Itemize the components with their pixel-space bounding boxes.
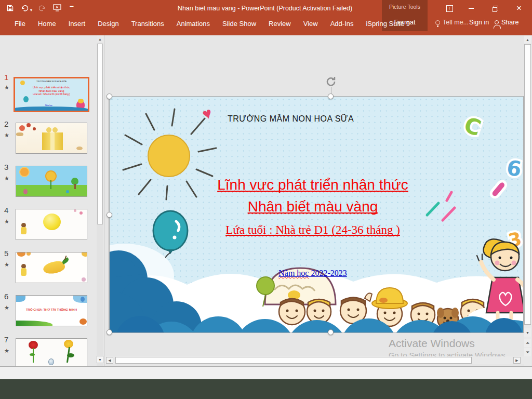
tab-insert[interactable]: Insert bbox=[62, 18, 92, 30]
thumb-number-6: 6 bbox=[4, 292, 8, 301]
sign-in-button[interactable]: Sign in bbox=[469, 19, 489, 26]
selection-handle-bottom-center[interactable] bbox=[328, 329, 334, 335]
vertical-scrollbar-thumb[interactable] bbox=[524, 44, 531, 325]
thumbnail-scrollbar-thumb[interactable] bbox=[97, 44, 103, 224]
thumbnail-slide-4[interactable] bbox=[16, 209, 87, 240]
rotation-handle-icon[interactable] bbox=[325, 76, 337, 87]
slide-canvas[interactable]: C 6 3 bbox=[109, 97, 523, 332]
thumbnail-slide-1[interactable]: TRƯỜNG MẦM NON HOA SỮA Lĩnh vực phát tri… bbox=[14, 77, 89, 112]
selection-border-top bbox=[109, 96, 523, 97]
status-bar: Slide 1 of 13 Notes Comments bbox=[0, 366, 532, 379]
horizontal-scrollbar-thumb[interactable] bbox=[115, 357, 472, 364]
thumbnail-slide-2[interactable] bbox=[16, 123, 87, 154]
thumb-number-5: 5 bbox=[4, 249, 8, 258]
tab-transitions[interactable]: Transitions bbox=[125, 18, 170, 30]
ribbon-tabs: File Home Insert Design Transitions Anim… bbox=[8, 18, 416, 30]
minimize-button[interactable] bbox=[464, 3, 478, 14]
window-title: Nhan biet mau vang - PowerPoint (Product… bbox=[130, 5, 400, 12]
thumbnail-slide-3[interactable] bbox=[16, 166, 87, 197]
tell-me-button[interactable]: Tell me... bbox=[435, 19, 469, 26]
slide-subtitle: Lứa tuổi : Nhà trẻ D1 (24-36 tháng ) bbox=[109, 223, 516, 237]
selection-handle-bottom-left[interactable] bbox=[107, 329, 112, 335]
next-slide-icon[interactable]: ⏷ bbox=[524, 348, 531, 356]
animation-star-icon: ★ bbox=[4, 218, 9, 225]
thumb-number-4: 4 bbox=[4, 206, 8, 215]
quick-access-toolbar: ▾ ▔ bbox=[3, 4, 78, 14]
previous-slide-icon[interactable]: ⏶ bbox=[524, 339, 531, 347]
school-name-text: TRƯỜNG MẦM NON HOA SỮA bbox=[228, 114, 354, 124]
redo-icon-disabled bbox=[35, 4, 49, 14]
undo-dropdown-icon[interactable]: ▾ bbox=[30, 8, 32, 12]
thumb-number-2: 2 bbox=[4, 119, 8, 128]
slide-thumbnail-panel: 1 ★ TRƯỜNG MẦM NON HOA SỮA Lĩnh vực phát… bbox=[0, 35, 104, 366]
animation-star-icon: ★ bbox=[4, 132, 9, 139]
animation-star-icon: ★ bbox=[4, 348, 9, 354]
selection-handle-top-left[interactable] bbox=[107, 94, 112, 99]
thumb-number-3: 3 bbox=[4, 163, 8, 171]
slide-title-line1: Lĩnh vực phát triển nhận thức bbox=[109, 177, 516, 193]
thumbnail-scroll-down-icon[interactable]: ▼ bbox=[97, 356, 103, 363]
selection-handle-top-center[interactable] bbox=[328, 94, 334, 99]
ribbon-display-options-icon[interactable]: ↑ bbox=[443, 3, 456, 14]
restore-button[interactable] bbox=[488, 3, 502, 14]
lightbulb-icon bbox=[435, 20, 440, 25]
start-from-beginning-icon[interactable] bbox=[49, 4, 65, 14]
tab-review[interactable]: Review bbox=[262, 18, 297, 30]
thumbnail-scroll-up-icon[interactable]: ▲ bbox=[97, 35, 103, 43]
svg-text:C: C bbox=[461, 112, 484, 141]
powerpoint-window: ▾ ▔ Nhan biet mau vang - PowerPoint (Pro… bbox=[0, 0, 532, 399]
scroll-right-icon[interactable]: ▶ bbox=[513, 357, 521, 364]
scroll-left-icon[interactable]: ◀ bbox=[106, 357, 113, 364]
save-icon[interactable] bbox=[3, 4, 17, 14]
thumbnail-slide-5[interactable] bbox=[16, 252, 87, 283]
tab-view[interactable]: View bbox=[297, 18, 324, 30]
rotation-handle-stem bbox=[331, 87, 331, 94]
tab-design[interactable]: Design bbox=[91, 18, 125, 30]
activate-windows-watermark: Activate Windows bbox=[389, 337, 475, 350]
close-button[interactable]: × bbox=[512, 3, 526, 14]
windows-taskbar: Type here to search ✦ ✦ ✦ bbox=[0, 379, 532, 399]
scroll-down-icon[interactable]: ▼ bbox=[524, 328, 531, 337]
animation-star-icon: ★ bbox=[4, 175, 9, 182]
slide-title-line2: Nhận biết màu vàng bbox=[109, 198, 516, 215]
scroll-up-icon[interactable]: ▲ bbox=[524, 36, 531, 43]
animation-star-icon: ★ bbox=[4, 304, 9, 311]
tab-animations[interactable]: Animations bbox=[170, 18, 216, 30]
thumb-number-7: 7 bbox=[4, 335, 8, 344]
tab-ispring[interactable]: iSpring Suite 9 bbox=[360, 18, 416, 30]
picture-tools-label: Picture Tools bbox=[382, 4, 428, 10]
tab-addins[interactable]: Add-Ins bbox=[324, 18, 360, 30]
share-button[interactable]: Share bbox=[495, 19, 518, 26]
selection-handle-middle-left[interactable] bbox=[107, 212, 112, 218]
tab-file[interactable]: File bbox=[8, 18, 32, 30]
thumbnail-slide-6[interactable]: TRÒ CHƠI: THỬ TÀI THÔNG MINH bbox=[16, 295, 87, 326]
title-bar: ▾ ▔ Nhan biet mau vang - PowerPoint (Pro… bbox=[0, 0, 532, 35]
tab-slideshow[interactable]: Slide Show bbox=[216, 18, 262, 30]
thumbnail-slide-7[interactable] bbox=[16, 338, 87, 366]
person-icon bbox=[495, 20, 499, 24]
customize-qat-icon[interactable]: ▔ bbox=[65, 6, 78, 11]
tab-home[interactable]: Home bbox=[32, 18, 62, 30]
animation-star-icon: ★ bbox=[4, 84, 9, 91]
slide-year-text: Năm học 2022-2023 bbox=[109, 269, 516, 278]
selection-border-bottom bbox=[109, 332, 523, 333]
animation-star-icon: ★ bbox=[4, 261, 9, 268]
thumb-number-1: 1 bbox=[4, 73, 8, 82]
